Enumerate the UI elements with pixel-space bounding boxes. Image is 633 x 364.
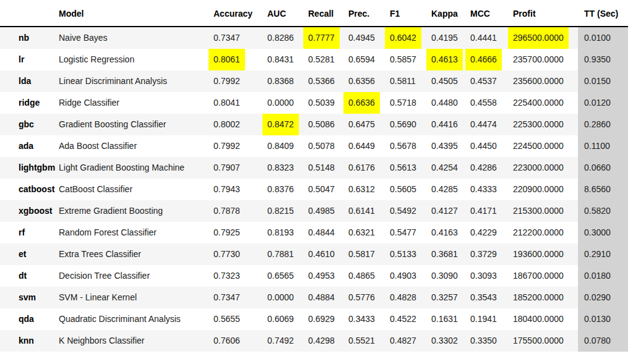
metric-cell-mcc: 0.1941 — [470, 308, 513, 330]
metric-cell-kappa: 0.4416 — [431, 114, 470, 135]
column-header-blank — [0, 0, 59, 27]
table-row-catboost: catboostCatBoost Classifier0.79430.83760… — [0, 179, 628, 200]
metric-cell-profit: 186700.0000 — [513, 265, 578, 287]
cell-text: 223000.0000 — [508, 157, 569, 179]
metric-cell-accuracy: 0.5655 — [213, 308, 267, 330]
metric-cell-auc: 0.8286 — [267, 27, 308, 49]
cell-text: 0.4333 — [465, 179, 502, 200]
cell-text: Linear Discriminant Analysis — [54, 70, 172, 92]
metric-cell-prec: 0.3433 — [348, 308, 390, 330]
cell-text: 0.4985 — [303, 200, 340, 222]
column-header-profit: Profit — [513, 0, 578, 27]
cell-text: 224500.0000 — [508, 135, 569, 157]
metric-cell-auc: 0.8193 — [267, 222, 308, 243]
cell-text: 186700.0000 — [508, 265, 569, 287]
metric-cell-auc: 0.8368 — [267, 70, 308, 92]
metric-cell-profit: 193600.0000 — [513, 243, 578, 265]
model-name-cell: Ada Boost Classifier — [59, 135, 213, 157]
metric-cell-auc: 0.6069 — [267, 308, 308, 330]
cell-text: knn — [14, 330, 39, 352]
cell-text: SVM - Linear Kernel — [54, 287, 142, 308]
cell-text: 0.4505 — [426, 70, 463, 92]
cell-text: 0.3729 — [465, 243, 502, 265]
cell-text: 0.0100 — [579, 27, 616, 49]
cell-text: 0.5039 — [303, 92, 340, 114]
cell-text: 0.8041 — [209, 92, 245, 114]
cell-text: 0.6176 — [343, 157, 380, 179]
table-row-dt: dtDecision Tree Classifier0.73230.65650.… — [0, 265, 628, 287]
metric-cell-accuracy: 0.7943 — [213, 179, 267, 200]
cell-text: 0.4254 — [426, 157, 463, 179]
cell-text: Random Forest Classifier — [54, 222, 161, 243]
cell-text: 0.7878 — [209, 200, 245, 222]
cell-text: 0.3433 — [343, 308, 380, 330]
table-row-ada: adaAda Boost Classifier0.79920.84090.507… — [0, 135, 628, 157]
model-name-cell: SVM - Linear Kernel — [59, 287, 213, 308]
metric-cell-prec: 0.6321 — [348, 222, 390, 243]
column-header-f1: F1 — [390, 0, 431, 27]
metric-cell-recall: 0.6929 — [308, 308, 348, 330]
model-name-cell: Ridge Classifier — [59, 92, 213, 114]
metric-cell-profit: 296500.0000 — [513, 27, 578, 49]
cell-text: 0.6594 — [343, 49, 380, 70]
cell-text: 0.5086 — [303, 114, 340, 135]
cell-text: 0.3681 — [426, 243, 463, 265]
metric-cell-tt: 0.0130 — [578, 308, 628, 330]
cell-text: et — [14, 243, 31, 265]
cell-text: 0.0130 — [579, 308, 616, 330]
cell-text: 0.4286 — [465, 157, 502, 179]
metric-cell-prec: 0.6356 — [348, 70, 390, 92]
metric-cell-f1: 0.4522 — [390, 308, 431, 330]
cell-text: qda — [14, 308, 39, 330]
cell-text: 0.1631 — [426, 308, 463, 330]
table-row-ridge: ridgeRidge Classifier0.80410.00000.50390… — [0, 92, 628, 114]
cell-text: 0.6069 — [262, 308, 299, 330]
row-index-label: dt — [0, 265, 59, 287]
cell-text: 0.5133 — [385, 243, 421, 265]
column-header-kappa: Kappa — [431, 0, 470, 27]
metric-cell-accuracy: 0.7730 — [213, 243, 267, 265]
cell-text: 0.6475 — [343, 114, 380, 135]
cell-text: 0.5817 — [343, 243, 380, 265]
metric-cell-accuracy: 0.8061 — [213, 49, 267, 70]
metric-cell-accuracy: 0.8041 — [213, 92, 267, 114]
cell-text: 0.0290 — [579, 287, 616, 308]
best-value-highlight: 0.6636 — [343, 92, 380, 114]
cell-text: 0.6449 — [343, 135, 380, 157]
cell-text: 0.8409 — [262, 135, 299, 157]
cell-text: Light Gradient Boosting Machine — [54, 157, 189, 179]
model-name-cell: Linear Discriminant Analysis — [59, 70, 213, 92]
metric-cell-f1: 0.5492 — [390, 200, 431, 222]
cell-text: CatBoost Classifier — [54, 179, 137, 200]
table-body: nbNaive Bayes0.73470.82860.77770.49450.6… — [0, 27, 628, 352]
model-name-cell: Light Gradient Boosting Machine — [59, 157, 213, 179]
metric-cell-auc: 0.0000 — [267, 287, 308, 308]
cell-text: nb — [14, 27, 34, 49]
cell-text: 0.5521 — [343, 330, 380, 352]
row-index-label: rf — [0, 222, 59, 243]
cell-text: 0.1941 — [465, 308, 502, 330]
metric-cell-prec: 0.6176 — [348, 157, 390, 179]
metric-cell-mcc: 0.4474 — [470, 114, 513, 135]
cell-text: 0.5718 — [385, 92, 421, 114]
cell-text: 0.0000 — [262, 92, 299, 114]
cell-text: 193600.0000 — [508, 243, 569, 265]
cell-text: 0.4953 — [303, 265, 340, 287]
cell-text: 0.4537 — [465, 70, 502, 92]
metric-cell-recall: 0.5039 — [308, 92, 348, 114]
cell-text: catboost — [14, 179, 59, 200]
metric-cell-recall: 0.5281 — [308, 49, 348, 70]
cell-text: 0.5078 — [303, 135, 340, 157]
metric-cell-mcc: 0.4441 — [470, 27, 513, 49]
metric-cell-mcc: 0.3543 — [470, 287, 513, 308]
cell-text: 0.0000 — [262, 287, 299, 308]
metric-cell-accuracy: 0.7992 — [213, 135, 267, 157]
cell-text: 8.6560 — [579, 179, 616, 200]
cell-text: 0.3000 — [579, 222, 616, 243]
cell-text: rf — [14, 222, 30, 243]
metric-cell-f1: 0.6042 — [390, 27, 431, 49]
cell-text: 0.4610 — [303, 243, 340, 265]
best-value-highlight: 0.6042 — [385, 27, 421, 49]
cell-text: 0.4522 — [385, 308, 421, 330]
metric-cell-tt: 0.0120 — [578, 92, 628, 114]
